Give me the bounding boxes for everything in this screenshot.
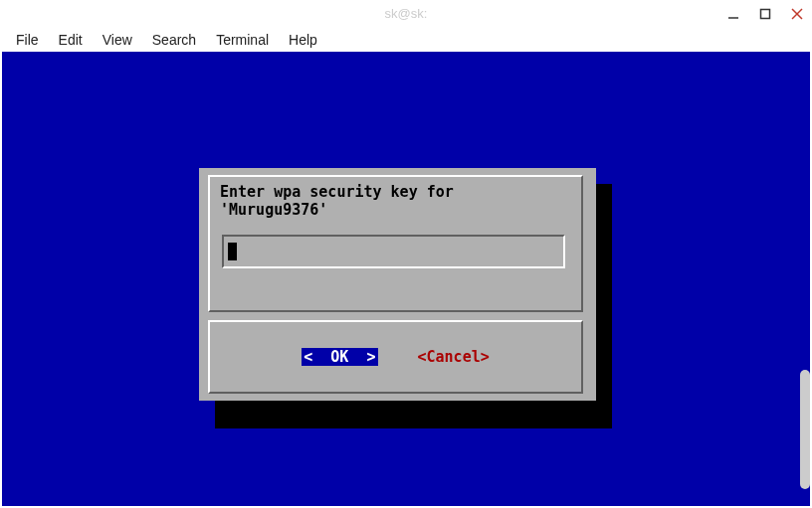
menu-edit[interactable]: Edit	[51, 30, 91, 50]
cancel-button[interactable]: <Cancel>	[418, 348, 490, 366]
prompt-line2: 'Murugu9376'	[220, 201, 327, 219]
ok-button[interactable]: < OK >	[302, 348, 377, 366]
wpa-key-input[interactable]	[222, 235, 565, 268]
menu-file[interactable]: File	[8, 30, 47, 50]
menu-search[interactable]: Search	[144, 30, 204, 50]
window-controls	[726, 0, 804, 28]
window-title: sk@sk:	[385, 6, 428, 21]
input-wrapper	[220, 235, 571, 268]
wpa-key-dialog: Enter wpa security key for 'Murugu9376' …	[199, 168, 596, 401]
menu-view[interactable]: View	[95, 30, 140, 50]
prompt-line1: Enter wpa security key for	[220, 183, 454, 201]
menubar: File Edit View Search Terminal Help	[0, 28, 812, 52]
prompt-text: Enter wpa security key for 'Murugu9376'	[220, 183, 571, 219]
scrollbar-thumb[interactable]	[800, 370, 810, 489]
maximize-button[interactable]	[758, 7, 772, 21]
close-button[interactable]	[790, 7, 804, 21]
dialog-buttons: < OK > <Cancel>	[208, 320, 583, 394]
menu-help[interactable]: Help	[281, 30, 325, 50]
svg-rect-1	[761, 10, 770, 19]
terminal-area[interactable]: Enter wpa security key for 'Murugu9376' …	[2, 52, 810, 506]
text-cursor	[228, 243, 237, 260]
minimize-button[interactable]	[726, 7, 740, 21]
menu-terminal[interactable]: Terminal	[208, 30, 277, 50]
dialog-content: Enter wpa security key for 'Murugu9376'	[208, 175, 583, 312]
titlebar: sk@sk:	[0, 0, 812, 28]
